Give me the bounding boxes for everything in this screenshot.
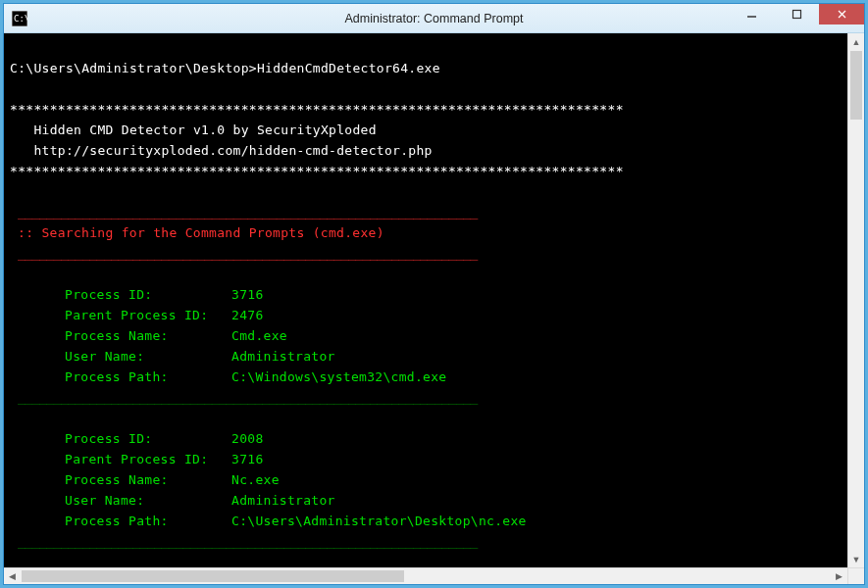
app-title: Hidden CMD Detector v1.0 by SecurityXplo… xyxy=(33,122,376,137)
label-path: Process Path: xyxy=(65,367,231,387)
horizontal-scrollbar[interactable]: ◀ ▶ xyxy=(4,567,864,584)
proc-sep-0: ________________________________________… xyxy=(10,390,478,405)
search-sep-bottom: ________________________________________… xyxy=(10,246,478,261)
scroll-up-arrow-icon[interactable]: ▲ xyxy=(848,33,864,50)
proc1-name: Nc.exe xyxy=(231,472,280,487)
window-controls xyxy=(729,4,864,24)
scroll-left-arrow-icon[interactable]: ◀ xyxy=(4,568,21,584)
scroll-corner xyxy=(847,568,864,584)
proc0-path: C:\Windows\system32\cmd.exe xyxy=(231,369,446,384)
proc1-ppid: 3716 xyxy=(231,452,264,466)
titlebar[interactable]: C:\ Administrator: Command Prompt xyxy=(4,4,864,33)
vertical-scroll-thumb[interactable] xyxy=(850,51,862,120)
maximize-button[interactable] xyxy=(774,4,819,24)
svg-text:C:\: C:\ xyxy=(14,14,27,24)
proc0-name: Cmd.exe xyxy=(231,328,287,343)
proc-sep-1: ________________________________________… xyxy=(10,534,478,549)
label-name: Process Name: xyxy=(65,469,231,490)
prompt-command: HiddenCmdDetector64.exe xyxy=(257,61,440,75)
header-sep-top: ****************************************… xyxy=(10,102,624,117)
console-wrap: C:\Users\Administrator\Desktop>HiddenCmd… xyxy=(4,33,864,584)
label-name: Process Name: xyxy=(65,325,231,346)
scroll-down-arrow-icon[interactable]: ▼ xyxy=(848,551,864,567)
horizontal-scroll-thumb[interactable] xyxy=(22,570,404,582)
console-output[interactable]: C:\Users\Administrator\Desktop>HiddenCmd… xyxy=(4,33,847,567)
label-ppid: Parent Process ID: xyxy=(65,305,231,325)
label-ppid: Parent Process ID: xyxy=(65,449,231,469)
minimize-button[interactable] xyxy=(729,4,774,24)
header-sep-bottom: ****************************************… xyxy=(10,164,624,178)
console-body: C:\Users\Administrator\Desktop>HiddenCmd… xyxy=(4,33,864,567)
label-pid: Process ID: xyxy=(65,284,231,305)
search-sep-top: ________________________________________… xyxy=(10,205,478,220)
scroll-right-arrow-icon[interactable]: ▶ xyxy=(831,568,847,584)
window-frame: C:\ Administrator: Command Prompt C:\Use… xyxy=(3,3,865,585)
proc1-path: C:\Users\Administrator\Desktop\nc.exe xyxy=(231,514,527,528)
svg-rect-4 xyxy=(792,11,800,19)
label-user: User Name: xyxy=(65,346,231,367)
proc0-pid: 3716 xyxy=(231,287,264,302)
proc1-user: Administrator xyxy=(231,493,335,508)
label-path: Process Path: xyxy=(65,511,231,531)
cmd-icon: C:\ xyxy=(12,11,27,26)
proc0-user: Administrator xyxy=(231,349,335,364)
app-url: http://securityxploded.com/hidden-cmd-de… xyxy=(33,143,432,158)
proc1-pid: 2008 xyxy=(231,431,264,446)
close-button[interactable] xyxy=(819,4,864,24)
search-heading: :: Searching for the Command Prompts (cm… xyxy=(10,225,384,240)
prompt-path: C:\Users\Administrator\Desktop> xyxy=(10,61,257,75)
vertical-scrollbar[interactable]: ▲ ▼ xyxy=(847,33,864,567)
proc0-ppid: 2476 xyxy=(231,308,264,322)
label-pid: Process ID: xyxy=(65,428,231,449)
label-user: User Name: xyxy=(65,490,231,511)
